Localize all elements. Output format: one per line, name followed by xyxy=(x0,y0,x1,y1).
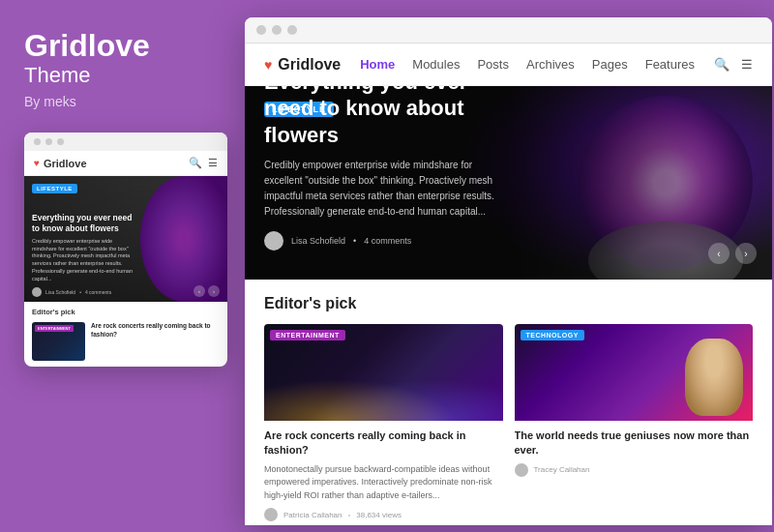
nav-posts[interactable]: Posts xyxy=(477,57,509,72)
main-prev-arrow[interactable]: ‹ xyxy=(708,243,729,264)
mini-card-image: ENTERTAINMENT xyxy=(32,322,85,361)
mini-editors-pick: Editor's pick ENTERTAINMENT Are rock con… xyxy=(24,302,227,367)
main-hero: LIFESTYLE Everything you ever need to kn… xyxy=(245,86,772,280)
concert-card-content: Are rock concerts really coming back in … xyxy=(264,421,503,525)
main-nav-links: Home Modules Posts Archives Pages Featur… xyxy=(360,57,695,72)
einstein-card-meta: Tracey Callahan xyxy=(515,463,754,477)
main-logo: ♥ Gridlove xyxy=(264,56,341,74)
editors-pick-section: Editor's pick ENTERTAINMENT Are rock con… xyxy=(245,280,772,525)
mini-menu-icon: ☰ xyxy=(208,157,218,169)
concert-card-desc: Monotonectally pursue backward-compatibl… xyxy=(264,463,503,503)
mini-dot-1 xyxy=(34,138,41,145)
main-browser-mockup: ♥ Gridlove Home Modules Posts Archives P… xyxy=(245,17,772,525)
mini-hero-text: Everything you ever need to know about f… xyxy=(32,213,135,282)
main-nav: ♥ Gridlove Home Modules Posts Archives P… xyxy=(245,44,772,86)
brand-by: By meks xyxy=(24,94,216,109)
mini-search-icon: 🔍 xyxy=(189,157,202,169)
main-dot-2 xyxy=(272,25,282,35)
mini-dot-3 xyxy=(57,138,64,145)
main-logo-text: Gridlove xyxy=(278,56,341,74)
technology-badge: TECHNOLOGY xyxy=(521,330,584,340)
left-panel: Gridlove Theme By meks ♥ Gridlove 🔍 ☰ LI… xyxy=(0,0,240,532)
nav-pages[interactable]: Pages xyxy=(592,57,628,72)
brand-title: Gridlove xyxy=(24,29,216,63)
mini-entertainment-badge: ENTERTAINMENT xyxy=(35,325,74,332)
mini-logo: ♥ Gridlove xyxy=(34,158,87,169)
entertainment-badge: ENTERTAINMENT xyxy=(270,330,345,340)
mini-lifestyle-badge: LIFESTYLE xyxy=(32,184,77,193)
mini-author-row: Lisa Schofield • 4 comments xyxy=(32,287,111,297)
mini-next-arrow[interactable]: › xyxy=(208,285,220,297)
main-hero-content: Everything you ever need to know about f… xyxy=(264,86,498,251)
main-heart-icon: ♥ xyxy=(264,57,272,73)
mini-browser-bar xyxy=(24,133,227,151)
main-nav-icons: 🔍 ☰ xyxy=(714,57,753,72)
mini-dot-2 xyxy=(45,138,52,145)
main-dot-1 xyxy=(256,25,266,35)
mini-nav: ♥ Gridlove 🔍 ☰ xyxy=(24,151,227,176)
cards-row: ENTERTAINMENT Are rock concerts really c… xyxy=(264,324,753,525)
einstein-card-avatar xyxy=(515,463,528,477)
einstein-face xyxy=(685,339,743,416)
einstein-card-image: TECHNOLOGY xyxy=(515,324,754,421)
mini-hero-title: Everything you ever need to know about f… xyxy=(32,213,135,234)
concert-lights xyxy=(264,363,503,421)
mini-dot-sep: • xyxy=(79,289,81,295)
mini-hero: LIFESTYLE Everything you ever need to kn… xyxy=(24,176,227,302)
main-author-row: Lisa Schofield • 4 comments xyxy=(264,231,498,251)
main-dot-3 xyxy=(287,25,297,35)
main-author-name: Lisa Schofield xyxy=(291,236,345,246)
mini-author-name: Lisa Schofield xyxy=(45,289,75,295)
concert-card-views: 38,634 views xyxy=(356,511,402,519)
mini-nav-arrows: ‹ › xyxy=(194,285,220,297)
mini-card-content: Are rock concerts really coming back to … xyxy=(91,322,220,361)
nav-home[interactable]: Home xyxy=(360,57,395,72)
nav-archives[interactable]: Archives xyxy=(526,57,575,72)
einstein-card-author: Tracey Callahan xyxy=(534,465,590,474)
main-hero-title: Everything you ever need to know about f… xyxy=(264,86,498,148)
main-comments: 4 comments xyxy=(364,236,411,246)
einstein-card: TECHNOLOGY The world needs true geniuses… xyxy=(515,324,754,525)
brand-subtitle: Theme xyxy=(24,63,216,88)
nav-modules[interactable]: Modules xyxy=(412,57,460,72)
concert-card-meta: Patricia Callahan • 38,634 views xyxy=(264,508,503,521)
main-menu-icon[interactable]: ☰ xyxy=(741,57,753,72)
mini-editors-pick-title: Editor's pick xyxy=(32,308,220,316)
mini-heart-icon: ♥ xyxy=(34,158,40,168)
mini-comments: 4 comments xyxy=(85,289,111,295)
main-avatar xyxy=(264,231,283,251)
mini-logo-text: Gridlove xyxy=(44,158,87,169)
mini-prev-arrow[interactable]: ‹ xyxy=(194,285,205,297)
concert-card-image: ENTERTAINMENT xyxy=(264,324,503,421)
mini-card: ENTERTAINMENT Are rock concerts really c… xyxy=(32,322,220,361)
mini-hero-desc: Credibly empower enterprise wide mindsha… xyxy=(32,238,135,282)
main-search-icon[interactable]: 🔍 xyxy=(714,57,729,72)
main-next-arrow[interactable]: › xyxy=(735,243,757,264)
editors-pick-title: Editor's pick xyxy=(264,295,753,312)
mini-avatar xyxy=(32,287,42,297)
mini-card-title: Are rock concerts really coming back to … xyxy=(91,322,220,339)
mini-hero-flowers xyxy=(140,176,227,302)
concert-card: ENTERTAINMENT Are rock concerts really c… xyxy=(264,324,503,525)
einstein-card-title: The world needs true geniuses now more t… xyxy=(515,429,754,458)
main-dot-sep: • xyxy=(353,236,356,246)
concert-card-title: Are rock concerts really coming back in … xyxy=(264,429,503,458)
concert-card-author: Patricia Callahan xyxy=(283,511,342,519)
einstein-card-content: The world needs true geniuses now more t… xyxy=(515,421,754,485)
concert-card-avatar xyxy=(264,508,278,521)
nav-features[interactable]: Features xyxy=(645,57,695,72)
main-nav-arrows: ‹ › xyxy=(708,243,757,264)
main-hero-desc: Credibly empower enterprise wide mindsha… xyxy=(264,158,498,220)
mini-nav-icons: 🔍 ☰ xyxy=(189,157,218,169)
mini-browser-mockup: ♥ Gridlove 🔍 ☰ LIFESTYLE Everything you … xyxy=(24,133,227,367)
main-browser-bar xyxy=(245,17,772,44)
